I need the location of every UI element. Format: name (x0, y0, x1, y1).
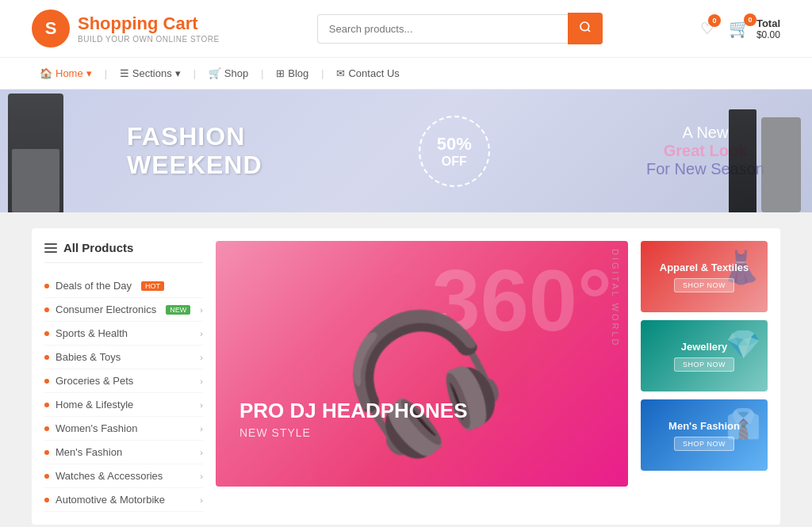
wishlist-button[interactable]: ♡ 0 (700, 19, 714, 38)
search-area (317, 13, 603, 44)
sidebar-header: All Products (44, 241, 203, 263)
sidebar-item-home[interactable]: Home & Lifestyle › (44, 393, 203, 417)
sidebar-item-watches[interactable]: Watches & Accessories › (44, 464, 203, 488)
sidebar-dot (44, 474, 49, 479)
sidebar-dot (44, 379, 49, 384)
mens-fashion-shop-button[interactable]: SHOP NOW (674, 437, 734, 451)
cart-total-label: Total (756, 17, 780, 29)
sections-nav-icon: ☰ (120, 67, 129, 79)
logo-title: Shopping Cart (78, 13, 220, 34)
sidebar-dot (44, 426, 49, 431)
cart-button[interactable]: 🛒 0 Total $0.00 (729, 17, 780, 40)
promo-cards-column: 👗 Apparel & Textiles SHOP NOW 💎 Jeweller… (641, 241, 768, 512)
nav-sep-2: | (193, 68, 196, 79)
contact-nav-icon: ✉ (336, 67, 345, 79)
nav-item-shop[interactable]: 🛒 Shop (201, 58, 256, 89)
sidebar-dot (44, 284, 49, 288)
sidebar-item-deals[interactable]: Deals of the Day HOT (44, 274, 203, 298)
sidebar-dot (44, 450, 49, 455)
logo-area: S Shopping Cart BUILD YOUR OWN ONLINE ST… (32, 10, 220, 48)
sidebar: All Products Deals of the Day HOT Consum… (44, 241, 203, 512)
nav-item-sections[interactable]: ☰ Sections ▾ (112, 58, 189, 89)
hero-product-subtitle: NEW STYLE (239, 426, 468, 439)
sidebar-item-electronics[interactable]: Consumer Electronics NEW › (44, 298, 203, 322)
sidebar-item-sports[interactable]: Sports & Health › (44, 322, 203, 346)
blog-nav-icon: ⊞ (276, 67, 285, 79)
chevron-right-icon: › (200, 495, 203, 505)
svg-point-0 (580, 22, 589, 31)
all-products-label: All Products (63, 241, 133, 254)
home-nav-icon: 🏠 (40, 67, 52, 79)
promo-card-mens-fashion[interactable]: 👔 Men's Fashion SHOP NOW (641, 399, 768, 471)
mens-fashion-card-title: Men's Fashion (668, 420, 740, 432)
cart-total-amount: $0.00 (756, 29, 780, 40)
logo-subtitle: BUILD YOUR OWN ONLINE STORE (78, 35, 220, 44)
headphones-icon: 🎧 (316, 276, 527, 484)
apparel-card-title: Apparel & Textiles (660, 262, 749, 273)
hero-banner: 360° DIGITAL WORLD 🎧 PRO DJ HEADPHONES N… (216, 241, 628, 487)
search-input[interactable] (317, 14, 568, 44)
jewellery-card-title: Jewellery (681, 341, 728, 353)
svg-line-1 (588, 29, 590, 32)
sidebar-item-babies[interactable]: Babies & Toys › (44, 346, 203, 369)
menu-icon (44, 243, 57, 253)
chevron-right-icon: › (200, 424, 203, 433)
hero-product-info: PRO DJ HEADPHONES NEW STYLE (239, 399, 468, 439)
banner-figure-left (0, 94, 79, 212)
jewellery-shop-button[interactable]: SHOP NOW (674, 357, 734, 372)
header: S Shopping Cart BUILD YOUR OWN ONLINE ST… (0, 0, 812, 58)
chevron-right-icon: › (200, 376, 203, 386)
sidebar-dot (44, 498, 49, 502)
new-badge: NEW (166, 305, 190, 315)
nav-item-contact[interactable]: ✉ Contact Us (328, 58, 407, 89)
header-right: ♡ 0 🛒 0 Total $0.00 (700, 17, 780, 40)
nav-item-blog[interactable]: ⊞ Blog (268, 58, 316, 89)
promo-banner: FASHION WEEKEND 50% OFF A New Great Look… (0, 90, 812, 212)
sidebar-dot (44, 331, 49, 336)
banner-figure-right (717, 94, 812, 212)
nav-sep-3: | (261, 68, 263, 79)
banner-discount-circle: 50% OFF (419, 116, 490, 187)
chevron-right-icon: › (200, 448, 203, 457)
logo-icon: S (32, 10, 70, 48)
nav-item-home[interactable]: 🏠 Home ▾ (32, 58, 100, 89)
banner-title: FASHION WEEKEND (127, 123, 262, 178)
sidebar-item-mens[interactable]: Men's Fashion › (44, 441, 203, 464)
sidebar-dot (44, 355, 49, 360)
promo-card-jewellery[interactable]: 💎 Jewellery SHOP NOW (641, 320, 768, 391)
nav-sep-4: | (321, 68, 324, 79)
logo-text: Shopping Cart BUILD YOUR OWN ONLINE STOR… (78, 13, 220, 43)
wishlist-badge: 0 (708, 14, 721, 27)
promo-card-apparel[interactable]: 👗 Apparel & Textiles SHOP NOW (641, 241, 768, 312)
nav-sep-1: | (105, 68, 107, 79)
apparel-shop-button[interactable]: SHOP NOW (674, 278, 734, 292)
chevron-down-icon: ▾ (86, 67, 92, 79)
chevron-right-icon: › (200, 400, 203, 410)
sidebar-dot (44, 403, 49, 407)
cart-total: Total $0.00 (756, 17, 780, 40)
chevron-right-icon: › (200, 329, 203, 338)
chevron-down-icon-2: ▾ (175, 67, 181, 79)
search-button[interactable] (568, 13, 603, 44)
chevron-right-icon: › (200, 305, 203, 315)
chevron-right-icon: › (200, 472, 203, 481)
sidebar-item-womens[interactable]: Women's Fashion › (44, 417, 203, 441)
cart-badge: 0 (744, 13, 756, 26)
center-content: 360° DIGITAL WORLD 🎧 PRO DJ HEADPHONES N… (216, 241, 628, 512)
navigation: 🏠 Home ▾ | ☰ Sections ▾ | 🛒 Shop | ⊞ Blo… (0, 58, 812, 90)
hero-person-area: 🎧 (216, 241, 628, 487)
sidebar-item-groceries[interactable]: Groceries & Pets › (44, 369, 203, 393)
jewellery-icon: 💎 (726, 328, 761, 361)
hot-badge: HOT (141, 281, 164, 291)
chevron-right-icon: › (200, 353, 203, 362)
hero-product-title: PRO DJ HEADPHONES (239, 399, 468, 423)
sidebar-dot (44, 307, 49, 312)
cart-icon-wrap: 🛒 0 (729, 18, 750, 39)
shop-nav-icon: 🛒 (209, 67, 221, 79)
banner-title-block: FASHION WEEKEND (127, 123, 262, 178)
sidebar-item-auto[interactable]: Automotive & Motorbike › (44, 488, 203, 512)
main-content: All Products Deals of the Day HOT Consum… (0, 212, 812, 527)
content-box: All Products Deals of the Day HOT Consum… (32, 228, 780, 525)
